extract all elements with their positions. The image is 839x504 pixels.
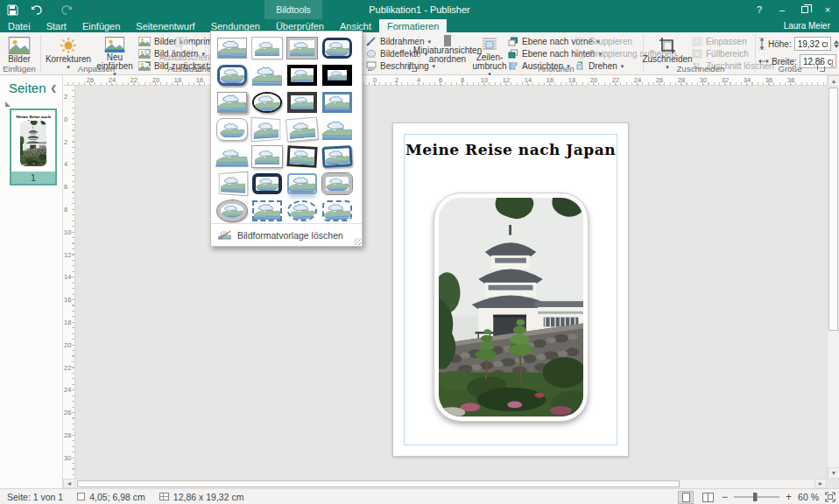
collapse-ribbon-icon[interactable]: ⌃: [828, 64, 835, 73]
status-bar: Seite: 1 von 1 4,05; 6,98 cm 12,86 x 19,…: [0, 488, 839, 504]
two-page-icon: [702, 493, 714, 502]
document-heading[interactable]: Meine Reise nach Japan: [393, 141, 628, 158]
hoehe-input[interactable]: [794, 37, 831, 51]
picture-style-frame-white[interactable]: [252, 38, 282, 59]
picture-style-tilt-glossy[interactable]: [321, 145, 352, 168]
picture-border-icon: [366, 37, 377, 46]
picture-style-curved-perspective[interactable]: [215, 148, 249, 166]
tab-datei[interactable]: Datei: [0, 19, 39, 32]
group-label-anordnen: Anordnen: [499, 64, 613, 74]
picture-style-dashed-oval[interactable]: [287, 200, 317, 221]
picture-style-frame-blue[interactable]: [322, 92, 352, 113]
help-button[interactable]: ?: [748, 0, 771, 19]
picture-style-oval-metal[interactable]: [217, 200, 247, 221]
zoom-out-icon[interactable]: −: [722, 493, 728, 501]
single-page-view-button[interactable]: [678, 491, 694, 504]
zoom-slider[interactable]: [734, 496, 779, 498]
picture-style-metal-rounded[interactable]: [322, 173, 352, 194]
object-position-icon: [77, 493, 85, 500]
sun-icon: [60, 37, 77, 54]
fill-icon: [692, 49, 702, 59]
object-size-icon: [159, 493, 169, 500]
fit-page-icon[interactable]: [825, 492, 835, 502]
scroll-left-icon[interactable]: ◄: [63, 479, 75, 488]
vertical-scrollbar[interactable]: ▲ ▼: [827, 75, 839, 479]
picture-style-reflected-rounded[interactable]: [287, 173, 317, 194]
tab-start[interactable]: Start: [39, 19, 74, 32]
page-indicator[interactable]: Seite: 1 von 1: [0, 489, 70, 504]
minimize-button[interactable]: –: [771, 0, 793, 19]
object-size-indicator[interactable]: 12,86 x 19,32 cm: [152, 489, 251, 504]
bildformatvorlagen-dialog-launcher-icon[interactable]: [408, 63, 417, 72]
castle-photo[interactable]: [434, 193, 588, 421]
picture-style-frame-metal[interactable]: [287, 38, 317, 59]
page-number-badge: 1: [11, 172, 55, 184]
clear-picture-style-item[interactable]: Bildformatvorlage löschen: [211, 223, 362, 246]
group-label-anpassen: Anpassen: [61, 64, 131, 74]
undo-icon[interactable]: ▾: [31, 0, 48, 19]
vertical-ruler[interactable]: 2024681012141618202224262830: [63, 86, 75, 479]
picture-style-rotated-white[interactable]: [286, 118, 318, 142]
tab-einfügen[interactable]: Einfügen: [74, 19, 128, 32]
picture-style-frame-white-2[interactable]: [252, 146, 282, 167]
picture-style-frame-dark[interactable]: [287, 92, 317, 113]
contextual-tab-group-label: Bildtools: [264, 0, 322, 19]
picture-style-rounded-glossy[interactable]: [217, 65, 247, 86]
picture-style-dashed-rounded[interactable]: [322, 200, 352, 221]
scroll-down-icon[interactable]: ▼: [828, 467, 839, 479]
document-canvas[interactable]: Meine Reise nach Japan: [75, 86, 827, 479]
horizontal-ruler[interactable]: 2624222018161412108642024681012141618202…: [63, 75, 827, 86]
zoom-slider-thumb[interactable]: [753, 493, 757, 501]
thumbnail-photo: [20, 121, 46, 166]
two-page-view-button[interactable]: [700, 491, 716, 504]
hoehe-stepper[interactable]: [834, 40, 839, 48]
scroll-up-icon[interactable]: ▲: [828, 75, 839, 87]
picture-style-frame-simple[interactable]: [217, 38, 247, 59]
gallery-resize-grip[interactable]: [354, 238, 361, 245]
page-1-thumbnail[interactable]: Meine Reise nach Japan 1: [10, 108, 57, 186]
bring-forward-icon: [508, 37, 518, 46]
publication-page[interactable]: Meine Reise nach Japan: [392, 122, 629, 457]
zoom-level[interactable]: 60 %: [798, 492, 819, 502]
group-label-einfuegen: Einfügen: [0, 64, 39, 74]
picture-style-perspective-left[interactable]: [252, 118, 280, 141]
customize-qat-icon[interactable]: ▾: [89, 0, 95, 19]
swap-pictures-icon: [175, 37, 194, 52]
picture-style-dashed-edge[interactable]: [252, 200, 282, 221]
horizontal-scroll-thumb[interactable]: [77, 480, 680, 487]
redo-icon[interactable]: ▾: [60, 0, 78, 19]
document-title: Publikation1 - Publisher: [0, 0, 839, 19]
save-icon[interactable]: [7, 0, 18, 19]
restore-button[interactable]: [793, 0, 816, 19]
object-position-indicator[interactable]: 4,05; 6,98 cm: [70, 489, 152, 504]
close-button[interactable]: ×: [816, 0, 839, 19]
picture-style-oval-black[interactable]: [252, 92, 282, 113]
vertical-scroll-thumb[interactable]: [828, 88, 838, 331]
miniaturansichten-anordnen-button[interactable]: Miniaturansichten anordnen: [422, 34, 473, 64]
pages-expander-icon[interactable]: [5, 102, 11, 107]
picture-style-rounded-dark-2[interactable]: [252, 173, 282, 194]
picture-style-rounded-white[interactable]: [217, 119, 247, 140]
send-backward-icon: [508, 49, 518, 59]
picture-style-perspective-white[interactable]: [220, 172, 248, 195]
signed-in-user: Laura Meier: [784, 19, 830, 32]
groesse-dialog-launcher-icon[interactable]: [816, 63, 825, 72]
picture-style-soft-rect[interactable]: [322, 119, 352, 140]
tab-seitenentwurf[interactable]: Seitenentwurf: [128, 19, 202, 32]
restore-icon: [801, 6, 808, 13]
crop-icon: [659, 37, 676, 54]
picture-style-tilt-dark[interactable]: [286, 145, 317, 168]
collapse-pages-panel-icon[interactable]: ❮: [50, 84, 57, 93]
caption-icon: [366, 61, 377, 71]
picture-style-frame-black-wide[interactable]: [322, 65, 352, 86]
ribbon-tab-bar: DateiStartEinfügenSeitenentwurfSendungen…: [0, 19, 839, 32]
zoom-in-icon[interactable]: +: [786, 493, 792, 501]
horizontal-scrollbar[interactable]: ◄ ►: [63, 479, 827, 488]
bilder-button[interactable]: Bilder: [4, 34, 35, 64]
picture-style-rounded-dark[interactable]: [322, 38, 352, 59]
picture-style-soft-edge[interactable]: [252, 65, 282, 86]
picture-style-rect-shadow[interactable]: [217, 92, 247, 113]
tab-formatieren[interactable]: Formatieren: [379, 19, 447, 32]
picture-style-frame-black[interactable]: [287, 65, 317, 86]
scroll-right-icon[interactable]: ►: [814, 479, 827, 488]
